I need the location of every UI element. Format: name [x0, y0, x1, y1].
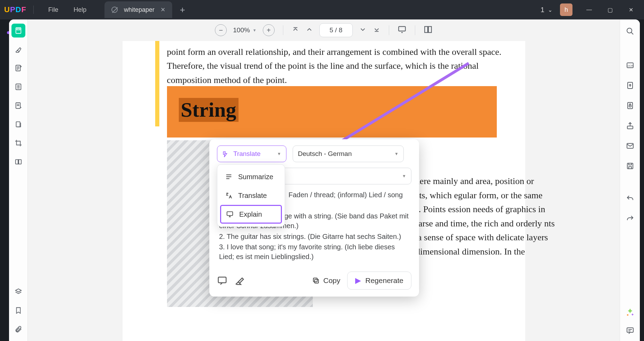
dropdown-explain[interactable]: Explain [220, 205, 282, 224]
text-tool[interactable] [11, 80, 25, 94]
document-tab[interactable]: whitepaper × [104, 1, 172, 18]
attachment-button[interactable] [11, 322, 25, 336]
left-sidebar [9, 19, 28, 341]
tab-doc-icon [111, 7, 118, 13]
svg-rect-10 [428, 26, 432, 32]
view-toolbar: − 100%▼ + [28, 19, 620, 41]
divider [33, 6, 34, 14]
ai-assistant-icon[interactable] [625, 308, 635, 317]
undo-button[interactable] [624, 192, 636, 205]
ai-mode-dropdown: Summarize Translate Explain [217, 164, 285, 227]
svg-rect-26 [627, 328, 633, 332]
dropdown-translate[interactable]: Translate [220, 186, 282, 205]
compare-tool[interactable] [11, 155, 25, 169]
window-minimize-button[interactable]: ― [580, 3, 598, 17]
menu-file[interactable]: File [41, 6, 66, 14]
dropdown-summarize[interactable]: Summarize [220, 167, 282, 186]
highlight-icon[interactable] [234, 275, 245, 286]
comments-panel-button[interactable] [624, 324, 636, 337]
new-tab-button[interactable]: + [180, 5, 185, 15]
chevron-down-icon[interactable]: ⌄ [548, 7, 552, 13]
ai-mode-label: Translate [233, 150, 261, 158]
window-maximize-button[interactable]: ▢ [601, 3, 619, 17]
next-page-button[interactable] [359, 26, 367, 35]
ocr-button[interactable]: OCR [624, 59, 636, 72]
two-page-view-button[interactable] [424, 25, 433, 35]
copy-button[interactable]: Copy [312, 276, 340, 285]
bookmark-button[interactable] [11, 303, 25, 317]
menu-help[interactable]: Help [66, 6, 94, 14]
user-avatar[interactable]: h [560, 3, 572, 16]
thumbnails-tool[interactable] [11, 24, 25, 38]
form-tool[interactable] [11, 99, 25, 113]
selected-text[interactable]: String [179, 98, 239, 122]
workspace: − 100%▼ + point form an overall relation… [9, 19, 640, 341]
highlighter-tool[interactable] [11, 42, 25, 56]
svg-rect-14 [315, 279, 319, 283]
layers-button[interactable] [11, 285, 25, 299]
convert-button[interactable] [624, 79, 636, 92]
right-sidebar: OCR [620, 19, 640, 341]
svg-rect-22 [627, 126, 633, 129]
window-close-button[interactable]: ✕ [622, 3, 640, 17]
language-label: Deutsch - German [298, 150, 352, 158]
svg-rect-1 [17, 29, 20, 30]
last-page-button[interactable] [373, 26, 380, 35]
zoom-level[interactable]: 100%▼ [233, 26, 257, 34]
email-button[interactable] [624, 140, 636, 152]
example-3: 3. I love that song; it's my favorite st… [219, 242, 409, 262]
highlight-strip [155, 41, 159, 126]
ai-mode-select[interactable]: Translate ▼ [217, 145, 286, 162]
svg-rect-5 [16, 122, 20, 127]
prev-page-button[interactable] [306, 26, 313, 35]
protect-button[interactable] [624, 99, 636, 112]
organize-tool[interactable] [11, 117, 25, 131]
svg-text:OCR: OCR [627, 64, 633, 67]
comment-icon[interactable] [217, 275, 227, 286]
zoom-out-button[interactable]: − [215, 24, 227, 36]
svg-rect-13 [218, 277, 226, 283]
svg-rect-9 [425, 26, 428, 32]
note-tool[interactable] [11, 61, 25, 75]
center-area: − 100%▼ + point form an overall relation… [28, 19, 620, 341]
redo-button[interactable] [624, 213, 636, 225]
language-select[interactable]: Deutsch - German ▼ [293, 145, 404, 162]
svg-rect-21 [629, 105, 631, 107]
app-logo: UPDF [4, 5, 26, 14]
notification-count[interactable]: 1 [541, 6, 544, 14]
share-button[interactable] [624, 119, 636, 132]
svg-rect-24 [627, 163, 633, 169]
svg-rect-12 [227, 212, 233, 216]
titlebar: UPDF File Help whitepaper × + 1 ⌄ h ― ▢ … [0, 0, 644, 19]
first-page-button[interactable] [292, 26, 299, 35]
search-button[interactable] [624, 25, 636, 38]
save-button[interactable] [624, 160, 636, 172]
ai-assistant-panel: Translate ▼ Deutsch - German ▼ ▼ Summari… [209, 139, 419, 297]
tab-title: whitepaper [124, 6, 154, 14]
svg-rect-8 [399, 26, 405, 31]
svg-point-16 [627, 28, 632, 33]
example-2: 2. The guitar has six strings. (Die Gita… [219, 232, 409, 241]
presentation-button[interactable] [398, 25, 407, 35]
page-number-input[interactable] [319, 23, 353, 37]
zoom-in-button[interactable]: + [263, 24, 275, 36]
document-viewport[interactable]: point form an overall relationship, and … [28, 41, 620, 341]
ai-panel-footer: Copy ▶ Regenerate [209, 265, 419, 297]
svg-point-25 [627, 314, 628, 316]
section-banner: String [167, 86, 497, 138]
tab-close-icon[interactable]: × [161, 5, 165, 14]
svg-rect-15 [313, 278, 317, 282]
regenerate-button[interactable]: ▶ Regenerate [347, 272, 411, 290]
body-paragraph-1: point form an overall relationship, and … [167, 45, 514, 87]
crop-tool[interactable] [11, 136, 25, 150]
